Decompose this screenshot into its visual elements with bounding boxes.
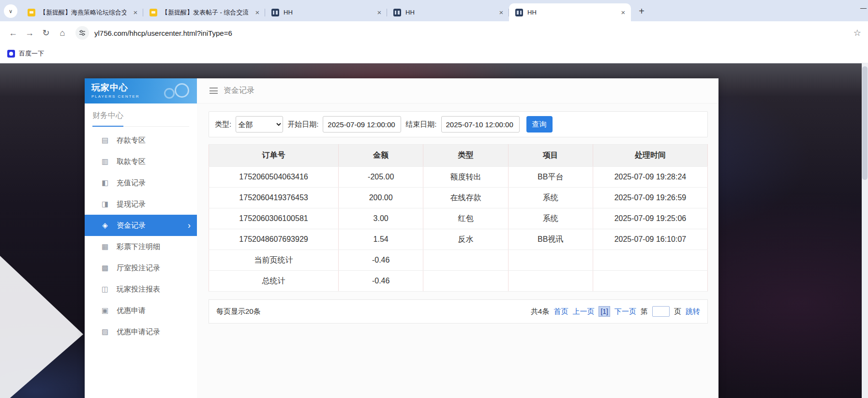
pagination-bar: 每页显示20条 共4条 首页 上一页 [1] 下一页 第 页 跳转 [209,299,708,324]
sidebar-header: 玩家中心 PLAYERS CENTER [85,78,197,103]
cell-empty [423,271,508,292]
browser-window: ∨ 【新提醒】海燕策略论坛综合交 × 【新提醒】发表帖子 - 综合交流 × HH… [0,0,868,398]
tab-close-icon[interactable]: × [374,8,384,16]
cell-order-id: 1752060306100581 [209,208,339,229]
promo-apply-icon: ▣ [101,306,109,315]
bookmark-star-icon[interactable]: ☆ [853,28,861,38]
bet-report-icon: ◫ [101,285,109,294]
gamepad-icon [162,82,190,100]
sidebar-item-funds-records[interactable]: ◈ 资金记录 › [85,215,197,236]
cell-type: 在线存款 [423,188,508,208]
prev-page-link[interactable]: 上一页 [572,307,594,316]
navigation-bar: ← → ↻ ⌂ yl756.com/hhcp/usercenter.html?i… [0,21,868,44]
col-header-type: 类型 [423,145,508,167]
page-size-text: 每页显示20条 [216,307,261,316]
tab-favicon [150,9,157,16]
type-label: 类型: [215,120,231,129]
sidebar-item-player-bet-report[interactable]: ◫ 玩家投注报表 [85,279,197,300]
funds-records-icon: ◈ [101,221,109,230]
cell-empty [508,271,593,292]
minimize-button[interactable]: — [860,4,867,12]
deposit-icon: ▤ [101,136,109,145]
cell-project: BB平台 [508,167,593,188]
cell-amount: 1.54 [339,229,423,250]
next-page-link[interactable]: 下一页 [614,307,636,316]
cell-type: 反水 [423,229,508,250]
tab-bar: ∨ 【新提醒】海燕策略论坛综合交 × 【新提醒】发表帖子 - 综合交流 × HH… [0,0,868,21]
hall-bet-icon: ▩ [101,264,109,272]
sidebar-item-hall-bet-records[interactable]: ▩ 厅室投注记录 [85,257,197,279]
cell-type: 红包 [423,208,508,229]
home-icon[interactable]: ⌂ [54,25,71,41]
tab-title: HH [527,9,614,16]
reload-icon[interactable]: ↻ [38,25,54,41]
current-page-indicator: [1] [599,306,610,317]
chevron-right-icon: › [188,221,191,230]
sidebar-item-label: 玩家投注报表 [117,285,160,294]
table-row: 1752060419376453 200.00 在线存款 系统 2025-07-… [209,188,708,208]
back-icon[interactable]: ← [5,25,21,41]
table-header-row: 订单号 金额 类型 项目 处理时间 [209,145,708,167]
sidebar-item-label: 资金记录 [117,221,146,230]
sidebar-item-withdrawal-records[interactable]: ◨ 提现记录 [85,193,197,215]
forward-icon[interactable]: → [21,25,38,41]
sidebar-item-label: 优惠申请记录 [117,327,160,337]
tab-favicon [515,9,523,16]
end-date-label: 结束日期: [405,120,436,129]
cell-label: 总统计 [209,271,339,292]
site-info-icon[interactable] [75,26,89,40]
sidebar: 玩家中心 PLAYERS CENTER 财务中心 ▤ 存款专区 ▥ 取款专区 [85,78,197,398]
sidebar-item-withdraw-zone[interactable]: ▥ 取款专区 [85,151,197,172]
sidebar-item-promo-apply-records[interactable]: ▨ 优惠申请记录 [85,321,197,342]
page-scrollbar[interactable] [862,63,868,398]
sidebar-item-deposit-zone[interactable]: ▤ 存款专区 [85,130,197,151]
type-select[interactable]: 全部 [236,116,283,133]
tab-close-icon[interactable]: × [131,8,140,16]
cell-order-id: 1752048607693929 [209,229,339,250]
jump-button[interactable]: 跳转 [686,307,700,316]
finance-center-section-label: 财务中心 [92,111,189,127]
baidu-favicon [7,50,15,58]
cell-project: 系统 [508,208,593,229]
tab-3[interactable]: HH × [265,3,387,21]
background-triangle-decoration [0,256,83,398]
tab-search-button[interactable]: ∨ [4,4,17,18]
cell-label: 当前页统计 [209,250,339,271]
tab-2[interactable]: 【新提醒】发表帖子 - 综合交流 × [143,3,265,21]
cell-amount: 3.00 [339,208,423,229]
tab-favicon [28,9,35,16]
sidebar-item-recharge-records[interactable]: ◧ 充值记录 [85,172,197,193]
scrollbar-thumb[interactable] [862,66,868,180]
end-date-input[interactable] [441,116,520,133]
cell-amount: -0.46 [339,271,423,292]
search-button[interactable]: 查询 [526,116,553,133]
user-center-panel: 玩家中心 PLAYERS CENTER 财务中心 ▤ 存款专区 ▥ 取款专区 [85,78,718,398]
tab-close-icon[interactable]: × [618,8,628,16]
pagination-controls: 共4条 首页 上一页 [1] 下一页 第 页 跳转 [531,306,700,317]
col-header-project: 项目 [508,145,593,167]
tab-close-icon[interactable]: × [253,8,262,16]
sidebar-menu: ▤ 存款专区 ▥ 取款专区 ◧ 充值记录 ◨ 提现记录 [85,130,197,342]
table-row: 1752060504063416 -205.00 额度转出 BB平台 2025-… [209,167,708,188]
cell-amount: -0.46 [339,250,423,271]
first-page-link[interactable]: 首页 [554,307,568,316]
sidebar-item-lottery-bet-details[interactable]: ▦ 彩票下注明细 [85,236,197,257]
new-tab-button[interactable]: + [635,4,648,18]
tab-5-active[interactable]: HH × [509,3,631,21]
cell-time: 2025-07-09 19:26:59 [593,188,707,208]
tab-4[interactable]: HH × [387,3,509,21]
sidebar-item-promo-apply[interactable]: ▣ 优惠申请 [85,300,197,321]
page-number-input[interactable] [652,306,670,317]
funds-records-table: 订单号 金额 类型 项目 处理时间 1752060504063416 -205.… [209,144,708,292]
tab-favicon [271,9,279,16]
tab-close-icon[interactable]: × [496,8,506,16]
cell-time: 2025-07-09 19:25:06 [593,208,707,229]
jump-label-pre: 第 [641,307,648,316]
address-bar[interactable]: yl756.com/hhcp/usercenter.html?iniType=6 [94,29,850,37]
cell-project: BB视讯 [508,229,593,250]
cell-empty [508,250,593,271]
tab-1[interactable]: 【新提醒】海燕策略论坛综合交 × [21,3,143,21]
bookmark-baidu[interactable]: 百度一下 [7,49,44,58]
start-date-input[interactable] [323,116,401,133]
sidebar-item-label: 优惠申请 [117,306,146,315]
